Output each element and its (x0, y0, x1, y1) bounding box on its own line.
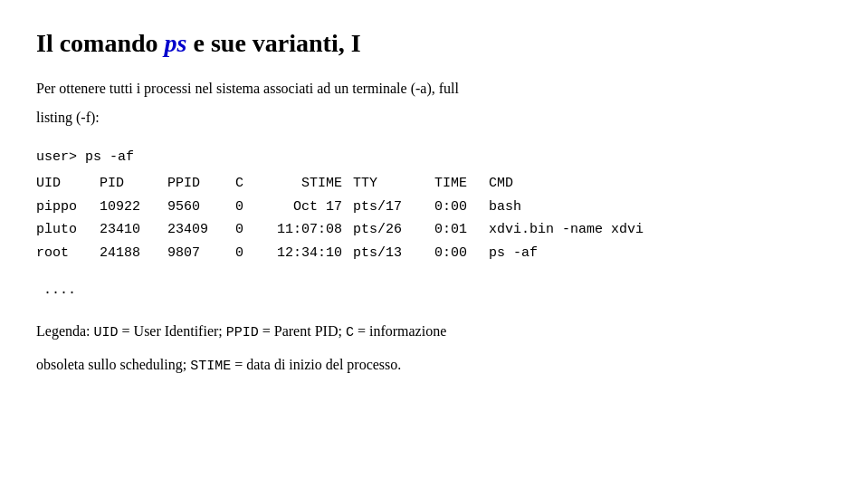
cell-uid-1: pluto (36, 218, 100, 242)
cell-pid-1: 23410 (100, 218, 167, 242)
title-suffix: e sue varianti, I (186, 29, 360, 57)
legend-eq4: = data di inizio del processo. (231, 357, 401, 372)
legend-eq3: = informazione (354, 323, 446, 339)
ellipsis: .... (43, 283, 832, 298)
header-ppid: PPID (167, 172, 235, 196)
cell-cmd-2: ps -af (489, 242, 538, 265)
cell-ppid-2: 9807 (167, 242, 235, 265)
header-time: TIME (434, 172, 489, 196)
cell-pid-2: 24188 (100, 242, 167, 265)
legend-eq1: = User Identifier; (119, 323, 226, 339)
title-cmd: ps (165, 29, 187, 57)
cell-stime-2: 12:34:10 (262, 242, 353, 265)
cell-c-0: 0 (235, 196, 262, 219)
intro-line2: listing (-f): (36, 107, 832, 129)
legend-eq2: = Parent PID; (259, 323, 346, 339)
cell-stime-1: 11:07:08 (262, 218, 353, 242)
legend-c: C (346, 325, 354, 340)
legend-line1: Legenda: UID = User Identifier; PPID = P… (36, 320, 832, 344)
cell-cmd-0: bash (489, 196, 521, 219)
table-header: UID PID PPID C STIME TTY TIME CMD (36, 172, 832, 196)
table-row: pluto 23410 23409 0 11:07:08 pts/26 0:01… (36, 218, 832, 242)
cell-tty-0: pts/17 (353, 196, 434, 219)
cell-tty-1: pts/26 (353, 218, 434, 242)
header-c: C (235, 172, 262, 196)
header-stime: STIME (262, 172, 353, 196)
legend-stime: STIME (190, 359, 231, 374)
cell-stime-0: Oct 17 (262, 196, 353, 219)
legend-label: Legenda: (36, 323, 94, 339)
title-prefix: Il comando (36, 29, 165, 57)
header-pid: PID (100, 172, 167, 196)
cell-time-1: 0:01 (434, 218, 489, 242)
ps-output-table: UID PID PPID C STIME TTY TIME CMD pippo … (36, 172, 832, 264)
table-row: pippo 10922 9560 0 Oct 17 pts/17 0:00 ba… (36, 196, 832, 219)
intro-line1: Per ottenere tutti i processi nel sistem… (36, 78, 832, 100)
table-row: root 24188 9807 0 12:34:10 pts/13 0:00 p… (36, 242, 832, 265)
page-title: Il comando ps e sue varianti, I (36, 27, 832, 60)
cell-uid-0: pippo (36, 196, 100, 219)
legend-obsoleta: obsoleta sullo scheduling; (36, 357, 190, 372)
cell-time-0: 0:00 (434, 196, 489, 219)
cell-tty-2: pts/13 (353, 242, 434, 265)
cell-pid-0: 10922 (100, 196, 167, 219)
legend-ppid: PPID (226, 325, 259, 340)
legend-uid: UID (94, 325, 119, 340)
cell-c-2: 0 (235, 242, 262, 265)
legend-line2: obsoleta sullo scheduling; STIME = data … (36, 353, 832, 378)
cell-time-2: 0:00 (434, 242, 489, 265)
header-cmd: CMD (489, 172, 513, 196)
cell-ppid-1: 23409 (167, 218, 235, 242)
cell-uid-2: root (36, 242, 100, 265)
cell-c-1: 0 (235, 218, 262, 242)
header-uid: UID (36, 172, 100, 196)
cell-ppid-0: 9560 (167, 196, 235, 219)
header-tty: TTY (353, 172, 434, 196)
command-prompt: user> ps -af (36, 147, 832, 168)
cell-cmd-1: xdvi.bin -name xdvi (489, 218, 644, 242)
